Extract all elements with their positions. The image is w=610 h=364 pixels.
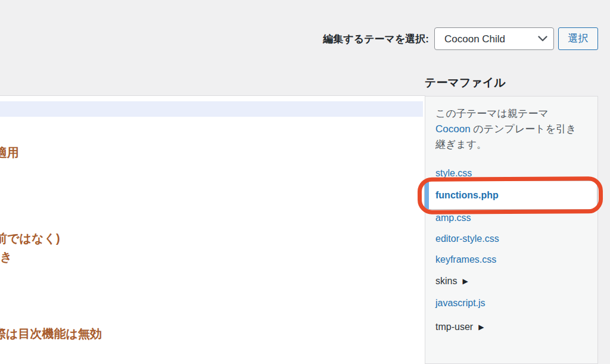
file-link-javascript-js[interactable]: javascript.js [435, 297, 485, 309]
theme-files-panel: この子テーマは親テーマ Cocoon のテンプレートを引き 継ぎます。 styl… [425, 96, 598, 364]
theme-selector-row: 編集するテーマを選択: Cocoon Child 選択 [323, 27, 598, 50]
editor-comment-fragment: 前ではなく) [0, 232, 60, 245]
current-file-accent-bar [425, 181, 429, 209]
description-line3: 継ぎます。 [435, 139, 487, 150]
file-link-label[interactable]: amp.css [435, 213, 471, 223]
theme-select-wrap: Cocoon Child [434, 27, 554, 50]
file-link-label[interactable]: keyframes.css [435, 254, 496, 265]
file-link-label[interactable]: style.css [435, 168, 472, 178]
folder-label: tmp-user [435, 322, 473, 332]
folder-skins[interactable]: skins▶ [435, 275, 468, 287]
theme-select[interactable]: Cocoon Child [434, 27, 554, 50]
description-line2: のテンプレートを引き [471, 123, 577, 135]
child-theme-description: この子テーマは親テーマ Cocoon のテンプレートを引き 継ぎます。 [435, 106, 586, 153]
file-link-style-css[interactable]: style.css [435, 167, 472, 179]
current-file-functions-php[interactable]: functions.php [424, 181, 597, 210]
file-link-amp-css[interactable]: amp.css [435, 212, 471, 224]
file-link-label[interactable]: javascript.js [435, 298, 485, 308]
folder-arrow-icon: ▶ [462, 277, 468, 285]
folder-arrow-icon: ▶ [478, 323, 484, 331]
file-link-keyframes-css[interactable]: keyframes.css [435, 254, 496, 266]
editor-comment-fragment: 際は目次機能は無効 [0, 327, 102, 340]
file-link-label[interactable]: editor-style.css [435, 234, 499, 244]
parent-theme-link[interactable]: Cocoon [435, 123, 471, 135]
folder-tmp-user[interactable]: tmp-user▶ [435, 321, 484, 333]
current-file-label: functions.php [429, 190, 499, 201]
file-link-editor-style-css[interactable]: editor-style.css [435, 233, 499, 245]
select-theme-button[interactable]: 選択 [558, 27, 598, 50]
code-editor[interactable]: 適用 前ではなく) き 際は目次機能は無効 [0, 95, 425, 364]
folder-label: skins [435, 276, 457, 286]
editor-comment-fragment: 適用 [0, 146, 19, 159]
description-line1: この子テーマは親テーマ [435, 108, 549, 119]
editor-active-line [0, 101, 423, 117]
editor-comment-fragment: き [0, 250, 12, 263]
theme-files-title: テーマファイル [425, 75, 506, 91]
theme-select-label: 編集するテーマを選択: [323, 32, 429, 46]
